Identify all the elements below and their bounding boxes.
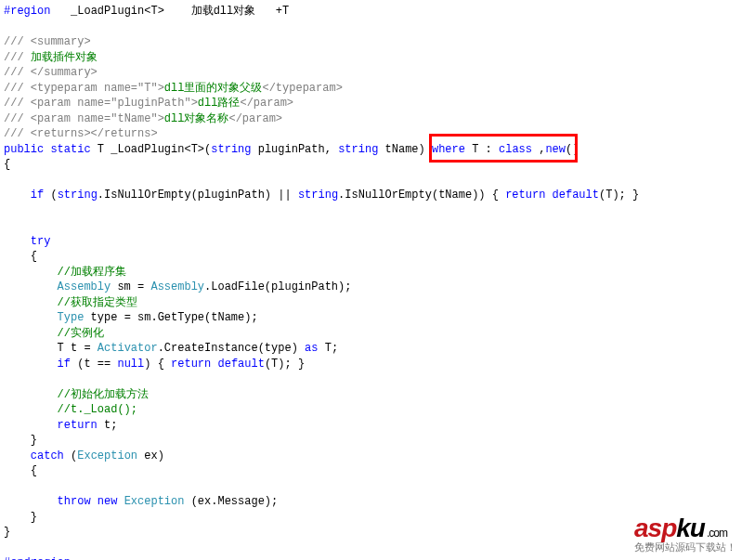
param-tName: tName) xyxy=(378,143,432,156)
doc-typeparam-text: dll里面的对象父级 xyxy=(164,82,263,95)
kw-if: if xyxy=(31,189,44,202)
param-pluginPath: pluginPath, xyxy=(252,143,339,156)
doc-param1-text: dll路径 xyxy=(198,97,241,110)
comment-inst: //实例化 xyxy=(58,327,104,340)
t-decl: t = xyxy=(64,342,98,355)
code-block: #region _LoadPlugin<T> 加载dll对象 +T /// <s… xyxy=(0,0,742,560)
kw-try: try xyxy=(31,235,51,248)
isnull2: .IsNullOrEmpty(tName)) { xyxy=(338,189,505,202)
return-t: t; xyxy=(98,419,118,432)
default-T: (T); } xyxy=(599,189,639,202)
comment-load: //加载程序集 xyxy=(58,266,126,279)
watermark-asp: asp xyxy=(634,514,676,542)
doc-summary-text: 加载插件对象 xyxy=(24,51,98,64)
type-exception: Exception xyxy=(77,449,137,462)
watermark-sub: 免费网站源码下载站！ xyxy=(634,540,736,554)
region-name: _LoadPlugin<T> 加载dll对象 +T xyxy=(50,5,289,18)
doc-param1-close: </param> xyxy=(240,97,293,110)
endregion-keyword: #endregion xyxy=(4,556,71,560)
doc-slashes: /// xyxy=(4,35,24,48)
doc-param1-open: <param name="pluginPath"> xyxy=(31,97,198,110)
kw-default: default xyxy=(553,189,599,202)
kw-throw: throw xyxy=(58,495,91,508)
kw-public: public xyxy=(4,143,44,156)
watermark: aspku.com 免费网站源码下载站！ xyxy=(634,515,736,554)
watermark-ku: ku xyxy=(676,514,705,542)
kw-static: static xyxy=(50,143,90,156)
sm-decl: sm = xyxy=(111,280,150,293)
region-keyword: #region xyxy=(4,5,50,18)
doc-typeparam-close: </typeparam> xyxy=(262,82,342,95)
isnull1: .IsNullOrEmpty(pluginPath) || xyxy=(98,189,298,202)
kw-as: as xyxy=(305,342,318,355)
throw-args: (ex.Message); xyxy=(184,495,278,508)
create-instance: .CreateInstance(type) xyxy=(158,342,305,355)
type-activator: Activator xyxy=(98,342,158,355)
comment-tload: //t._Load(); xyxy=(58,403,137,416)
kw-string: string xyxy=(211,143,251,156)
watermark-dotcom: .com xyxy=(707,527,727,540)
doc-summary-close: </summary> xyxy=(31,66,98,79)
doc-returns: <returns></returns> xyxy=(31,127,158,140)
type-T: T xyxy=(98,143,104,156)
type-assembly: Assembly xyxy=(58,280,111,293)
ex-decl: ex) xyxy=(137,449,164,462)
as-T-end: T; xyxy=(318,342,338,355)
kw-class: class xyxy=(499,143,532,156)
doc-summary-open: <summary> xyxy=(31,35,91,48)
doc-typeparam-open: <typeparam name="T"> xyxy=(31,82,164,95)
doc-param2-open: <param name="tName"> xyxy=(31,112,164,125)
kw-new: new xyxy=(545,143,566,156)
kw-where: where xyxy=(432,143,465,156)
if-null: (t == xyxy=(71,358,117,371)
comment-gettype: //获取指定类型 xyxy=(58,296,137,309)
kw-return: return xyxy=(505,189,545,202)
if-null-end: ) { xyxy=(144,358,171,371)
kw-catch: catch xyxy=(31,449,64,462)
type-decl: type = sm.GetType(tName); xyxy=(84,311,257,324)
kw-null: null xyxy=(117,358,144,371)
method-name: _LoadPlugin xyxy=(104,143,184,156)
doc-param2-text: dll对象名称 xyxy=(164,112,229,125)
doc-param2-close: </param> xyxy=(228,112,282,125)
type-type: Type xyxy=(58,311,85,324)
loadfile: .LoadFile(pluginPath); xyxy=(204,280,351,293)
comment-init: //初始化加载方法 xyxy=(58,388,149,401)
